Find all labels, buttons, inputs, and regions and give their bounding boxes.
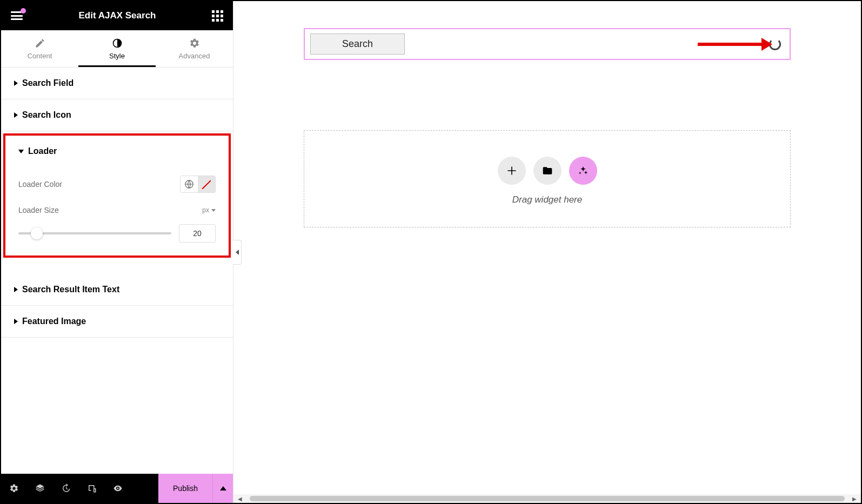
unit-label: px <box>202 206 209 214</box>
section-featured-image: Featured Image <box>1 306 233 338</box>
drop-actions <box>304 157 790 185</box>
section-title: Search Result Item Text <box>22 285 119 294</box>
sidebar-header: Edit AJAX Search <box>1 1 233 30</box>
responsive-button[interactable] <box>79 474 105 503</box>
color-picker-button[interactable] <box>198 176 215 192</box>
no-color-icon <box>202 179 211 189</box>
eye-icon <box>113 483 123 493</box>
section-body-loader: Loader Color Loader Size <box>5 167 229 256</box>
caret-right-icon <box>14 112 18 118</box>
pencil-icon <box>35 38 45 49</box>
drop-hint-text: Drag widget here <box>304 194 790 205</box>
sidebar-footer: Publish <box>1 474 233 503</box>
section-search-field: Search Field <box>1 68 233 99</box>
tab-content[interactable]: Content <box>1 30 78 67</box>
caret-right-icon <box>14 319 18 324</box>
history-icon <box>61 483 71 493</box>
menu-button[interactable] <box>11 11 23 20</box>
horizontal-scrollbar[interactable]: ◀ ▶ <box>233 494 861 503</box>
section-search-icon: Search Icon <box>1 99 233 131</box>
ai-button[interactable] <box>569 157 597 185</box>
add-widget-button[interactable] <box>498 157 526 185</box>
section-header-result-item-text[interactable]: Search Result Item Text <box>1 274 233 305</box>
chevron-down-icon <box>211 209 216 212</box>
navigator-button[interactable] <box>27 474 53 503</box>
notification-dot-icon <box>21 8 26 14</box>
responsive-icon <box>87 483 97 493</box>
slider-row <box>18 221 216 243</box>
widgets-grid-button[interactable] <box>212 10 223 22</box>
plus-icon <box>506 165 517 176</box>
tab-style[interactable]: Style <box>78 30 156 67</box>
editor-sidebar: Edit AJAX Search Content Style Advanced <box>1 1 233 503</box>
caret-right-icon <box>14 80 18 86</box>
scroll-left-icon[interactable]: ◀ <box>237 496 243 501</box>
chevron-left-icon <box>236 250 239 255</box>
tabs-bar: Content Style Advanced <box>1 30 233 68</box>
globe-icon <box>184 179 194 189</box>
control-loader-color: Loader Color <box>18 169 216 199</box>
caret-right-icon <box>14 287 18 292</box>
section-loader: Loader Loader Color <box>3 133 231 258</box>
publish-button[interactable]: Publish <box>158 474 212 503</box>
global-color-button[interactable] <box>181 176 198 192</box>
settings-button[interactable] <box>1 474 27 503</box>
sections-list: Search Field Search Icon Loader Loader C… <box>1 68 233 474</box>
preview-button[interactable] <box>105 474 131 503</box>
sparkle-icon <box>578 165 589 176</box>
template-library-button[interactable] <box>533 157 562 185</box>
drop-zone[interactable]: Drag widget here <box>304 130 791 227</box>
section-header-featured-image[interactable]: Featured Image <box>1 306 233 337</box>
history-button[interactable] <box>53 474 79 503</box>
canvas: Search Drag widg <box>233 1 861 503</box>
tab-advanced-label: Advanced <box>179 52 210 60</box>
section-title: Loader <box>28 146 57 156</box>
panel-title: Edit AJAX Search <box>79 10 156 21</box>
slider-thumb[interactable] <box>31 227 43 239</box>
caret-down-icon <box>18 150 24 153</box>
section-result-item-text: Search Result Item Text <box>1 274 233 306</box>
contrast-icon <box>112 38 123 49</box>
annotation-arrow <box>698 43 763 46</box>
search-widget[interactable]: Search <box>304 28 791 60</box>
loader-size-label: Loader Size <box>18 206 59 214</box>
section-title: Featured Image <box>22 317 86 326</box>
loader-size-slider[interactable] <box>18 232 171 234</box>
chevron-up-icon <box>220 486 226 490</box>
loader-size-input[interactable] <box>179 224 216 243</box>
unit-selector[interactable]: px <box>202 206 216 214</box>
tab-content-label: Content <box>28 52 52 60</box>
folder-icon <box>542 165 553 176</box>
section-header-search-field[interactable]: Search Field <box>1 68 233 99</box>
control-loader-size: Loader Size px <box>18 199 216 221</box>
loader-color-label: Loader Color <box>18 180 62 189</box>
color-control <box>180 176 216 193</box>
section-header-loader[interactable]: Loader <box>5 136 229 167</box>
scroll-right-icon[interactable]: ▶ <box>851 496 858 501</box>
section-header-search-icon[interactable]: Search Icon <box>1 99 233 131</box>
search-button[interactable]: Search <box>310 33 405 55</box>
canvas-inner: Search Drag widg <box>250 1 845 492</box>
app-root: Edit AJAX Search Content Style Advanced <box>0 0 862 504</box>
publish-options-button[interactable] <box>212 474 233 503</box>
tab-style-label: Style <box>109 52 125 60</box>
gear-icon <box>189 38 200 49</box>
collapse-sidebar-button[interactable] <box>233 240 242 265</box>
gear-icon <box>9 483 19 493</box>
tab-advanced[interactable]: Advanced <box>156 30 233 67</box>
footer-icons <box>1 474 158 503</box>
layers-icon <box>35 483 45 493</box>
section-title: Search Icon <box>22 110 71 120</box>
scrollbar-thumb[interactable] <box>250 496 845 501</box>
section-title: Search Field <box>22 78 73 88</box>
